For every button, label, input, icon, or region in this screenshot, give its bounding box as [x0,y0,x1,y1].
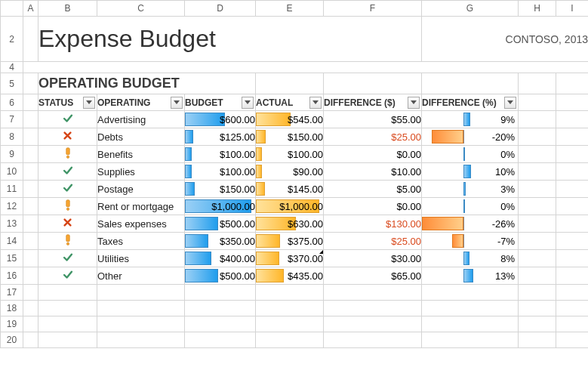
status-cell[interactable] [38,215,97,233]
empty-cell[interactable] [23,198,38,215]
empty-cell[interactable] [23,128,38,146]
difference-dollar-cell[interactable]: $0.00 [324,146,422,163]
empty-cell[interactable] [519,332,556,348]
actual-cell[interactable]: $90.00 [256,163,324,181]
status-cell[interactable] [38,146,97,163]
budget-cell[interactable]: $1,000.00 [185,198,256,215]
empty-cell[interactable] [556,233,589,250]
row-header-18[interactable]: 18 [1,301,23,316]
header-actual[interactable]: ACTUAL [256,94,324,111]
column-header-C[interactable]: C [97,1,185,17]
difference-dollar-cell[interactable]: $130.00 [324,215,422,233]
difference-pct-cell[interactable]: 3% [422,181,519,198]
empty-cell[interactable] [519,250,556,267]
row-header-7[interactable]: 7 [1,111,23,128]
actual-cell[interactable]: $150.00 [256,128,324,146]
empty-cell[interactable] [185,301,256,316]
row-header-8[interactable]: 8 [1,128,23,146]
empty-cell[interactable] [23,316,38,332]
row-header-19[interactable]: 19 [1,316,23,332]
empty-cell[interactable] [185,332,256,348]
row-header-11[interactable]: 11 [1,181,23,198]
empty-cell[interactable] [422,285,519,301]
empty-cell[interactable] [185,316,256,332]
difference-pct-cell[interactable]: 10% [422,163,519,181]
empty-cell[interactable] [23,94,38,111]
diff-dollar-filter-button[interactable] [408,97,420,109]
empty-cell[interactable] [519,285,556,301]
empty-cell[interactable] [23,215,38,233]
empty-cell[interactable] [23,17,38,62]
status-cell[interactable] [38,233,97,250]
empty-cell[interactable] [519,215,556,233]
header-budget[interactable]: BUDGET [185,94,256,111]
empty-cell[interactable] [256,285,324,301]
status-cell[interactable] [38,198,97,215]
empty-cell[interactable] [519,316,556,332]
empty-cell[interactable] [256,316,324,332]
budget-cell[interactable]: $100.00 [185,163,256,181]
empty-cell[interactable] [556,198,589,215]
empty-cell[interactable] [422,301,519,316]
empty-cell[interactable] [556,128,589,146]
row-header-9[interactable]: 9 [1,146,23,163]
difference-dollar-cell[interactable]: $65.00 [324,267,422,285]
actual-cell[interactable]: $145.00 [256,181,324,198]
row-header-16[interactable]: 16 [1,267,23,285]
column-header-D[interactable]: D [185,1,256,17]
empty-cell[interactable] [97,301,185,316]
empty-cell[interactable] [38,301,97,316]
empty-cell[interactable] [556,285,589,301]
empty-cell[interactable] [23,250,38,267]
column-header-I[interactable]: I [556,1,589,17]
status-filter-button[interactable] [83,97,95,109]
difference-pct-cell[interactable]: 0% [422,146,519,163]
operating-name-cell[interactable]: Debts [97,128,185,146]
actual-filter-button[interactable] [309,97,322,109]
empty-cell[interactable] [256,332,324,348]
empty-cell[interactable] [556,301,589,316]
section-title[interactable]: OPERATING BUDGET [38,73,256,94]
empty-cell[interactable] [97,316,185,332]
operating-name-cell[interactable]: Supplies [97,163,185,181]
empty-cell[interactable] [556,316,589,332]
diff-pct-filter-button[interactable] [504,97,516,109]
empty-cell[interactable] [185,285,256,301]
row-header-12[interactable]: 12 [1,198,23,215]
empty-cell[interactable] [97,332,185,348]
column-header-F[interactable]: F [324,1,422,17]
empty-cell[interactable] [324,73,422,94]
empty-cell[interactable] [519,301,556,316]
row-header-6[interactable]: 6 [1,94,23,111]
difference-pct-cell[interactable]: 9% [422,111,519,128]
empty-cell[interactable] [23,233,38,250]
empty-cell[interactable] [519,73,556,94]
empty-cell[interactable] [324,332,422,348]
operating-name-cell[interactable]: Benefits [97,146,185,163]
empty-cell[interactable] [556,73,589,94]
empty-cell[interactable] [256,73,324,94]
empty-cell[interactable] [422,73,519,94]
header-diff-dollar[interactable]: DIFFERENCE ($) [324,94,422,111]
row-header-15[interactable]: 15 [1,250,23,267]
empty-cell[interactable] [38,332,97,348]
empty-cell[interactable] [519,128,556,146]
empty-cell[interactable] [556,146,589,163]
column-header-H[interactable]: H [519,1,556,17]
empty-cell[interactable] [519,267,556,285]
empty-cell[interactable] [422,332,519,348]
row-header-14[interactable]: 14 [1,233,23,250]
status-cell[interactable] [38,128,97,146]
difference-dollar-cell[interactable]: $25.00 [324,233,422,250]
row-header-20[interactable]: 20 [1,332,23,348]
empty-cell[interactable] [256,301,324,316]
difference-dollar-cell[interactable]: $0.00 [324,198,422,215]
empty-cell[interactable] [23,301,38,316]
row-header-5[interactable]: 5 [1,73,23,94]
difference-dollar-cell[interactable]: $25.00 [324,128,422,146]
empty-cell[interactable] [23,111,38,128]
row-header-2[interactable]: 2 [1,17,23,62]
empty-cell[interactable] [556,215,589,233]
budget-cell[interactable]: $400.00 [185,250,256,267]
header-status[interactable]: STATUS [38,94,97,111]
